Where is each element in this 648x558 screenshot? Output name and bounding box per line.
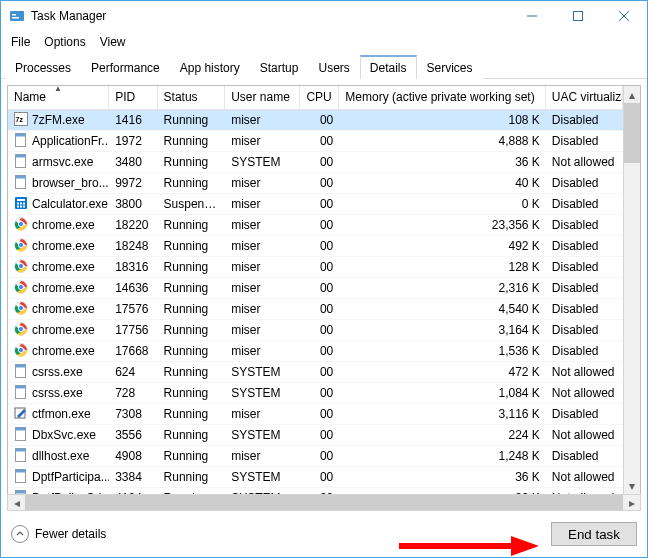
svg-point-28 <box>18 263 23 268</box>
process-memory: 4,888 K <box>339 132 546 150</box>
process-cpu: 00 <box>300 111 339 129</box>
table-row[interactable]: browser_bro...9972Runningmiser0040 KDisa… <box>8 173 623 194</box>
process-user: SYSTEM <box>225 363 300 381</box>
process-user: miser <box>225 321 300 339</box>
process-memory: 108 K <box>339 111 546 129</box>
scroll-thumb[interactable] <box>624 103 640 163</box>
table-row[interactable]: ApplicationFr...1972Runningmiser004,888 … <box>8 131 623 152</box>
process-memory: 1,084 K <box>339 384 546 402</box>
end-task-button[interactable]: End task <box>551 522 637 546</box>
table-row[interactable]: chrome.exe17576Runningmiser004,540 KDisa… <box>8 299 623 320</box>
menu-file[interactable]: File <box>5 33 36 51</box>
process-user: miser <box>225 405 300 423</box>
process-status: Running <box>158 300 226 318</box>
process-status: Running <box>158 216 226 234</box>
table-row[interactable]: chrome.exe18248Runningmiser00492 KDisabl… <box>8 236 623 257</box>
table-row[interactable]: chrome.exe17668Runningmiser001,536 KDisa… <box>8 341 623 362</box>
table-row[interactable]: DptfParticipa...3384RunningSYSTEM0036 KN… <box>8 467 623 488</box>
svg-rect-12 <box>16 154 26 157</box>
svg-text:7z: 7z <box>16 116 24 123</box>
header-status[interactable]: Status <box>158 86 226 109</box>
header-uac[interactable]: UAC virtualization <box>546 86 623 109</box>
app-icon <box>9 8 25 24</box>
tab-processes[interactable]: Processes <box>5 56 81 79</box>
table-row[interactable]: chrome.exe17756Runningmiser003,164 KDisa… <box>8 320 623 341</box>
process-pid: 1972 <box>109 132 157 150</box>
table-row[interactable]: Calculator.exe3800Suspendedmiser000 KDis… <box>8 194 623 215</box>
scroll-down-icon[interactable]: ▾ <box>624 477 640 494</box>
window-title: Task Manager <box>31 9 509 23</box>
process-name: chrome.exe <box>32 239 95 253</box>
process-uac: Disabled <box>546 279 623 297</box>
close-button[interactable] <box>601 1 647 31</box>
process-cpu: 00 <box>300 300 339 318</box>
process-icon <box>14 448 28 465</box>
scroll-right-icon[interactable]: ▸ <box>623 495 640 510</box>
table-row[interactable]: DbxSvc.exe3556RunningSYSTEM00224 KNot al… <box>8 425 623 446</box>
tab-performance[interactable]: Performance <box>81 56 170 79</box>
process-status: Running <box>158 321 226 339</box>
process-cpu: 00 <box>300 258 339 276</box>
table-row[interactable]: chrome.exe18316Runningmiser00128 KDisabl… <box>8 257 623 278</box>
horizontal-scrollbar[interactable]: ◂ ▸ <box>7 494 641 511</box>
minimize-button[interactable] <box>509 1 555 31</box>
table-row[interactable]: csrss.exe624RunningSYSTEM00472 KNot allo… <box>8 362 623 383</box>
table-row[interactable]: dllhost.exe4908Runningmiser001,248 KDisa… <box>8 446 623 467</box>
process-uac: Disabled <box>546 321 623 339</box>
header-name[interactable]: ▲Name <box>8 86 109 109</box>
table-row[interactable]: chrome.exe14636Runningmiser002,316 KDisa… <box>8 278 623 299</box>
svg-rect-40 <box>16 385 26 388</box>
process-pid: 17668 <box>109 342 157 360</box>
footer: Fewer details End task <box>1 511 647 557</box>
process-uac: Disabled <box>546 405 623 423</box>
process-memory: 492 K <box>339 237 546 255</box>
header-cpu[interactable]: CPU <box>300 86 339 109</box>
process-status: Running <box>158 237 226 255</box>
process-cpu: 00 <box>300 447 339 465</box>
process-user: miser <box>225 132 300 150</box>
vertical-scrollbar[interactable]: ▴ ▾ <box>623 86 640 494</box>
menu-view[interactable]: View <box>94 33 132 51</box>
tab-details[interactable]: Details <box>360 55 417 79</box>
tabstrip: ProcessesPerformanceApp historyStartupUs… <box>1 53 647 79</box>
fewer-details-toggle[interactable]: Fewer details <box>11 525 106 543</box>
chevron-up-icon <box>11 525 29 543</box>
svg-rect-17 <box>17 202 19 204</box>
process-name: chrome.exe <box>32 218 95 232</box>
maximize-button[interactable] <box>555 1 601 31</box>
process-table: ▲Name PID Status User name CPU Memory (a… <box>7 85 641 495</box>
menu-options[interactable]: Options <box>38 33 91 51</box>
tab-startup[interactable]: Startup <box>250 56 309 79</box>
process-uac: Disabled <box>546 300 623 318</box>
process-icon <box>14 217 28 234</box>
process-cpu: 00 <box>300 132 339 150</box>
svg-rect-0 <box>10 11 24 21</box>
table-row[interactable]: csrss.exe728RunningSYSTEM001,084 KNot al… <box>8 383 623 404</box>
scroll-left-icon[interactable]: ◂ <box>8 495 25 510</box>
tab-services[interactable]: Services <box>417 56 483 79</box>
tab-app-history[interactable]: App history <box>170 56 250 79</box>
scroll-up-icon[interactable]: ▴ <box>624 86 640 103</box>
process-pid: 3480 <box>109 153 157 171</box>
tab-users[interactable]: Users <box>308 56 359 79</box>
process-pid: 17756 <box>109 321 157 339</box>
process-cpu: 00 <box>300 279 339 297</box>
header-memory[interactable]: Memory (active private working set) <box>339 86 546 109</box>
process-cpu: 00 <box>300 237 339 255</box>
header-user[interactable]: User name <box>225 86 300 109</box>
process-name: chrome.exe <box>32 323 95 337</box>
titlebar[interactable]: Task Manager <box>1 1 647 31</box>
process-uac: Disabled <box>546 132 623 150</box>
table-row[interactable]: ctfmon.exe7308Runningmiser003,116 KDisab… <box>8 404 623 425</box>
process-pid: 14636 <box>109 279 157 297</box>
table-row[interactable]: armsvc.exe3480RunningSYSTEM0036 KNot all… <box>8 152 623 173</box>
process-icon <box>14 406 28 423</box>
table-row[interactable]: 7z7zFM.exe1416Runningmiser00108 KDisable… <box>8 110 623 131</box>
process-status: Suspended <box>158 195 226 213</box>
process-status: Running <box>158 174 226 192</box>
table-row[interactable]: chrome.exe18220Runningmiser0023,356 KDis… <box>8 215 623 236</box>
process-cpu: 00 <box>300 384 339 402</box>
process-pid: 7308 <box>109 405 157 423</box>
header-pid[interactable]: PID <box>109 86 157 109</box>
hscroll-thumb[interactable] <box>25 495 623 510</box>
